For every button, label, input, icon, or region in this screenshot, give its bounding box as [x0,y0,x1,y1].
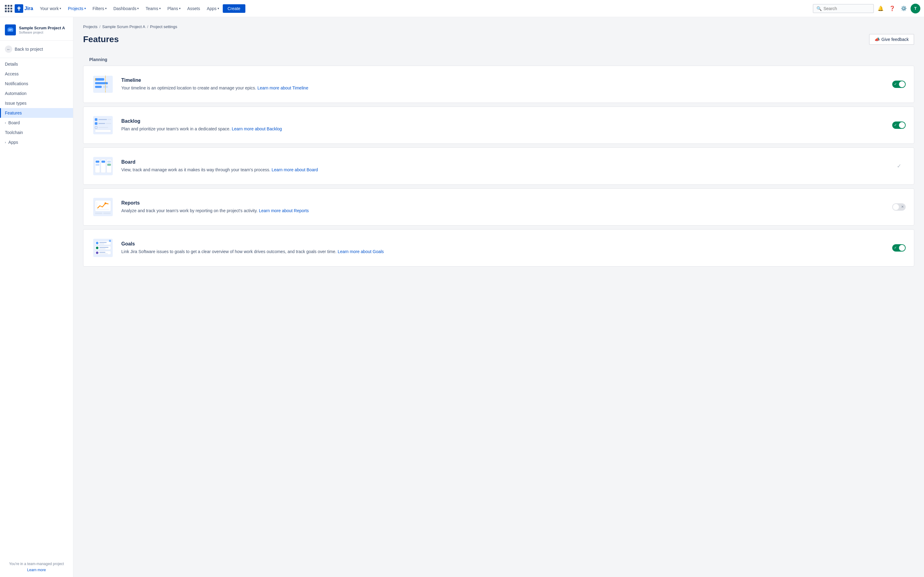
svg-rect-46 [99,247,108,248]
project-icon [5,24,16,35]
timeline-content: Timeline Your timeline is an optimized l… [121,77,885,91]
svg-rect-37 [95,213,102,214]
megaphone-icon: 📣 [874,37,880,42]
svg-rect-47 [99,248,105,249]
svg-rect-18 [99,123,105,124]
chevron-down-icon: ▾ [218,7,219,10]
toggle-off-reports[interactable] [892,203,906,211]
search-box[interactable]: 🔍 [813,4,874,13]
goals-learn-more-link[interactable]: Learn more about Goals [338,249,384,254]
notifications-button[interactable]: 🔔 [876,4,885,13]
grid-menu-icon[interactable] [4,4,13,13]
sidebar: Sample Scrum Project A Software project … [0,17,73,577]
svg-rect-21 [99,127,108,128]
learn-more-link[interactable]: Learn more [27,568,46,572]
back-icon: ← [5,45,12,53]
expand-icon: › [5,141,6,144]
project-header: Sample Scrum Project A Software project [0,22,73,40]
nav-apps[interactable]: Apps ▾ [204,4,222,13]
svg-rect-29 [102,161,105,163]
backlog-title: Backlog [121,118,885,124]
goals-icon [91,236,115,260]
breadcrumb: Projects / Sample Scrum Project A / Proj… [83,24,914,29]
check-icon: ✓ [897,163,901,169]
chevron-down-icon: ▾ [105,7,107,10]
timeline-learn-more-link[interactable]: Learn more about Timeline [257,85,308,90]
jira-logo[interactable]: Jira [15,4,33,13]
svg-rect-6 [95,78,95,81]
give-feedback-button[interactable]: 📣 Give feedback [869,34,914,45]
backlog-toggle[interactable] [891,121,906,129]
timeline-desc: Your timeline is an optimized location t… [121,85,885,91]
toggle-on-goals[interactable] [892,244,906,251]
breadcrumb-sep: / [99,24,100,29]
help-button[interactable]: ❓ [887,4,897,13]
svg-rect-51 [99,253,108,254]
svg-rect-5 [95,78,104,81]
breadcrumb-project[interactable]: Sample Scrum Project A [102,24,145,29]
back-label: Back to project [15,47,43,52]
reports-desc: Analyze and track your team's work by re… [121,208,885,214]
svg-rect-19 [106,123,111,124]
back-to-project-link[interactable]: ← Back to project [0,43,73,55]
toggle-on-timeline[interactable] [892,81,906,88]
toggle-on-backlog[interactable] [892,121,906,129]
settings-button[interactable]: ⚙️ [899,4,909,13]
svg-rect-28 [95,164,99,166]
svg-point-36 [105,202,106,204]
timeline-title: Timeline [121,77,885,83]
svg-rect-7 [95,82,108,84]
nav-your-work[interactable]: Your work ▾ [37,4,64,13]
nav-projects[interactable]: Projects ▾ [65,4,89,13]
board-learn-more-link[interactable]: Learn more about Board [271,167,318,172]
svg-rect-22 [95,130,111,132]
nav-plans[interactable]: Plans ▾ [165,4,184,13]
nav-filters[interactable]: Filters ▾ [89,4,110,13]
sidebar-item-apps[interactable]: › Apps [0,137,73,147]
backlog-desc: Plan and prioritize your team's work in … [121,126,885,132]
chevron-down-icon: ▾ [179,7,181,10]
sidebar-item-automation[interactable]: Automation [0,89,73,98]
top-navigation: Jira Your work ▾ Projects ▾ Filters ▾ Da… [0,0,924,17]
toggle-knob [899,122,905,128]
nav-teams[interactable]: Teams ▾ [142,4,163,13]
project-info: Sample Scrum Project A Software project [19,26,65,34]
logo-text: Jira [24,6,33,11]
feature-card-reports: Reports Analyze and track your team's wo… [83,189,914,226]
breadcrumb-projects[interactable]: Projects [83,24,97,29]
svg-rect-38 [103,213,111,214]
backlog-learn-more-link[interactable]: Learn more about Backlog [232,126,282,131]
goals-title: Goals [121,241,885,247]
nav-assets[interactable]: Assets [184,4,203,13]
timeline-toggle[interactable] [891,81,906,88]
svg-rect-8 [95,86,102,88]
goals-content: Goals Link Jira Software issues to goals… [121,241,885,255]
sidebar-item-features[interactable]: Features [0,108,73,118]
sidebar-bottom: You're in a team-managed project Learn m… [0,562,73,572]
sidebar-item-toolchain[interactable]: Toolchain [0,127,73,137]
sidebar-item-access[interactable]: Access [0,69,73,79]
nav-items: Your work ▾ Projects ▾ Filters ▾ Dashboa… [37,4,812,13]
sidebar-item-notifications[interactable]: Notifications [0,79,73,89]
page-title: Features [83,34,119,44]
reports-title: Reports [121,200,885,206]
reports-toggle[interactable] [891,203,906,211]
svg-rect-1 [8,27,13,29]
sidebar-item-board[interactable]: › Board [0,118,73,127]
reports-learn-more-link[interactable]: Learn more about Reports [259,208,309,213]
main-content: Projects / Sample Scrum Project A / Proj… [73,17,924,577]
avatar[interactable]: T [911,4,920,13]
expand-icon: › [5,121,6,124]
search-icon: 🔍 [816,6,822,11]
search-input[interactable] [824,6,866,11]
goals-toggle[interactable] [891,244,906,251]
sidebar-item-issue-types[interactable]: Issue types [0,98,73,108]
board-content: Board View, track and manage work as it … [121,160,885,173]
reports-icon [91,195,115,219]
create-button[interactable]: Create [223,4,246,13]
breadcrumb-sep: / [147,24,148,29]
svg-rect-15 [108,119,111,120]
sidebar-item-details[interactable]: Details [0,59,73,69]
toggle-knob [899,245,905,251]
nav-dashboards[interactable]: Dashboards ▾ [110,4,142,13]
